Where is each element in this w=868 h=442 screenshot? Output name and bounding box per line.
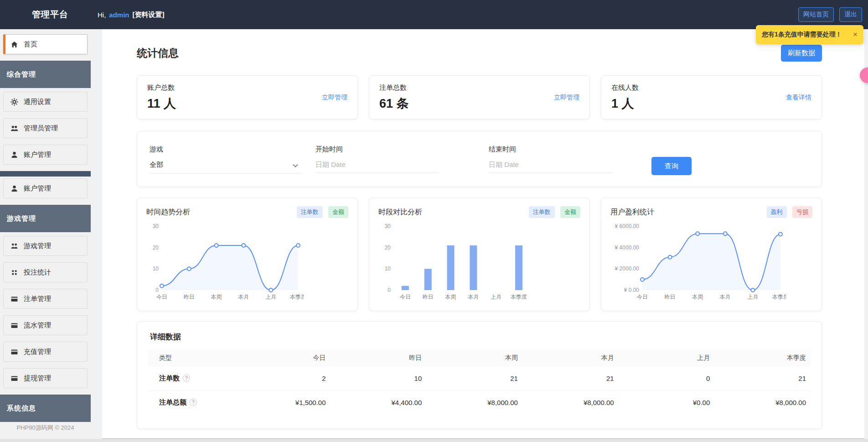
legend-badge-orders[interactable]: 注单数 bbox=[297, 206, 323, 218]
chart-header: 用户盈利统计 盈利 亏损 bbox=[610, 206, 812, 218]
sidebar-section-system[interactable]: 系统信息 bbox=[0, 395, 91, 422]
svg-text:本季度: 本季度 bbox=[510, 294, 527, 300]
navbar-actions: 网站首页 退出 bbox=[798, 7, 862, 22]
page-header: 统计信息 刷新数据 bbox=[137, 45, 822, 62]
sidebar-item-label: 注单管理 bbox=[24, 295, 51, 303]
svg-text:0: 0 bbox=[388, 287, 391, 293]
stat-card-online: 在线人数 1 人 查看详情 bbox=[601, 75, 822, 120]
filter-card: 游戏 全部 开始时间 结束时间 查询 bbox=[137, 131, 822, 187]
sidebar-section-games[interactable]: 游戏管理 bbox=[0, 205, 91, 232]
svg-text:30: 30 bbox=[153, 223, 159, 229]
cell-value: ¥4,400.00 bbox=[331, 390, 427, 414]
admins-icon bbox=[10, 124, 18, 132]
chart-header: 时段对比分析 注单数 金额 bbox=[378, 206, 580, 218]
svg-text:本月: 本月 bbox=[238, 294, 249, 300]
greeting-prefix: Hi, bbox=[98, 11, 106, 19]
sidebar-item-label: 首页 bbox=[24, 40, 37, 49]
svg-text:今日: 今日 bbox=[400, 294, 411, 300]
cell-value: 21 bbox=[714, 367, 811, 390]
sidebar-item-account-management-2[interactable]: 账户管理 bbox=[3, 178, 88, 198]
sidebar-item-withdraw-management[interactable]: 提现管理 bbox=[3, 368, 88, 388]
col-header-lastmonth: 上月 bbox=[619, 349, 715, 367]
end-date-input[interactable] bbox=[489, 161, 613, 173]
svg-text:本月: 本月 bbox=[467, 294, 479, 300]
cell-value: ¥8,000.00 bbox=[714, 390, 811, 414]
sidebar-item-flow-management[interactable]: 流水管理 bbox=[3, 315, 88, 335]
cell-value: 2 bbox=[234, 367, 331, 390]
svg-text:本周: 本周 bbox=[692, 294, 703, 300]
withdraw-icon bbox=[10, 374, 18, 382]
toast-message: 您有1条充值申请需要处理！ bbox=[762, 31, 842, 39]
stats-row: 账户总数 11 人 立即管理 注单总数 61 条 立即管理 在线人数 1 人 查… bbox=[137, 75, 822, 120]
flow-icon bbox=[10, 321, 18, 329]
sidebar: 首页 综合管理 通用设置 管理员管理 账户管理 账户管理 游戏管理 游戏管理 bbox=[0, 29, 91, 442]
svg-text:本季度: 本季度 bbox=[289, 294, 304, 300]
sidebar-item-label: 投注统计 bbox=[24, 268, 51, 277]
sidebar-item-account-management-1[interactable]: 账户管理 bbox=[3, 145, 88, 165]
refresh-data-button[interactable]: 刷新数据 bbox=[781, 45, 822, 62]
row-type-label: 注单数 bbox=[159, 374, 180, 382]
detail-table: 类型 今日 昨日 本周 本月 上月 本季度 注单数? 2 bbox=[148, 349, 811, 414]
svg-text:上月: 上月 bbox=[265, 294, 276, 300]
horizontal-scrollbar[interactable] bbox=[0, 439, 868, 442]
gear-icon bbox=[10, 98, 18, 106]
svg-text:昨日: 昨日 bbox=[665, 294, 676, 300]
game-select[interactable]: 全部 bbox=[150, 161, 303, 174]
close-icon[interactable]: × bbox=[853, 30, 858, 39]
svg-text:20: 20 bbox=[153, 244, 159, 251]
svg-text:昨日: 昨日 bbox=[184, 294, 195, 300]
cell-value: ¥1,500.00 bbox=[234, 390, 331, 414]
col-header-type: 类型 bbox=[148, 349, 234, 367]
svg-text:¥ 2000.00: ¥ 2000.00 bbox=[615, 265, 640, 272]
sidebar-item-label: 提现管理 bbox=[24, 374, 51, 383]
chart-card-profit: 用户盈利统计 盈利 亏损 ¥ 6000.00¥ 4000.00¥ 2000.00… bbox=[601, 198, 822, 311]
sidebar-item-recharge-management[interactable]: 充值管理 bbox=[3, 342, 88, 362]
search-button[interactable]: 查询 bbox=[651, 157, 692, 175]
game-select-value: 全部 bbox=[150, 161, 163, 169]
sidebar-item-general-settings[interactable]: 通用设置 bbox=[3, 92, 88, 112]
sidebar-item-game-management[interactable]: 游戏管理 bbox=[3, 236, 88, 256]
orders-icon bbox=[10, 295, 18, 303]
site-home-button[interactable]: 网站首页 bbox=[798, 7, 834, 22]
sidebar-section-general[interactable]: 综合管理 bbox=[0, 61, 91, 88]
user-greeting: Hi, admin [资料设置] bbox=[98, 10, 165, 19]
main-panel: 统计信息 刷新数据 账户总数 11 人 立即管理 注单总数 61 条 立即管理 … bbox=[102, 29, 864, 439]
sidebar-item-label: 账户管理 bbox=[24, 184, 51, 193]
manage-now-link[interactable]: 立即管理 bbox=[322, 94, 347, 102]
legend-badge-amount[interactable]: 金额 bbox=[328, 206, 348, 218]
chart-card-period: 时段对比分析 注单数 金额 3020100今日昨日本周本月上月本季度 bbox=[369, 198, 590, 311]
chart-legend: 注单数 金额 bbox=[293, 206, 348, 218]
profile-settings-link[interactable]: [资料设置] bbox=[133, 10, 165, 19]
table-row: 注单数? 2 10 21 21 0 21 bbox=[148, 367, 811, 390]
detail-data-card: 详细数据 类型 今日 昨日 本周 本月 上月 本季度 bbox=[137, 321, 822, 429]
main-content: 统计信息 刷新数据 账户总数 11 人 立即管理 注单总数 61 条 立即管理 … bbox=[102, 29, 864, 429]
help-icon[interactable]: ? bbox=[190, 399, 197, 406]
manage-now-link[interactable]: 立即管理 bbox=[554, 94, 579, 102]
svg-text:10: 10 bbox=[385, 265, 391, 272]
legend-badge-amount[interactable]: 金额 bbox=[560, 206, 580, 218]
legend-badge-profit[interactable]: 盈利 bbox=[767, 206, 787, 218]
start-date-input[interactable] bbox=[315, 161, 439, 173]
sidebar-item-bet-statistics[interactable]: 投注统计 bbox=[3, 262, 88, 282]
sidebar-item-home[interactable]: 首页 bbox=[3, 34, 88, 54]
sidebar-item-label: 游戏管理 bbox=[24, 242, 51, 250]
stat-value: 61 条 bbox=[379, 95, 579, 112]
username-link[interactable]: admin bbox=[109, 11, 129, 19]
user-icon bbox=[10, 184, 18, 192]
help-icon[interactable]: ? bbox=[183, 374, 190, 382]
sidebar-item-order-management[interactable]: 注单管理 bbox=[3, 289, 88, 309]
cell-value: 10 bbox=[331, 367, 427, 390]
sidebar-item-admin-management[interactable]: 管理员管理 bbox=[3, 118, 88, 138]
sidebar-item-label: 账户管理 bbox=[24, 151, 51, 159]
detail-title: 详细数据 bbox=[150, 332, 811, 342]
row-type-label: 注单总额 bbox=[159, 398, 186, 406]
filter-group-start: 开始时间 bbox=[315, 145, 489, 173]
logout-button[interactable]: 退出 bbox=[839, 7, 862, 22]
cell-value: 0 bbox=[619, 367, 715, 390]
legend-badge-orders[interactable]: 注单数 bbox=[529, 206, 555, 218]
legend-badge-loss[interactable]: 亏损 bbox=[792, 206, 812, 218]
svg-text:本周: 本周 bbox=[445, 294, 456, 300]
sidebar-item-label: 充值管理 bbox=[24, 348, 51, 356]
view-detail-link[interactable]: 查看详情 bbox=[786, 94, 811, 102]
svg-text:¥ 0.00: ¥ 0.00 bbox=[624, 287, 640, 293]
